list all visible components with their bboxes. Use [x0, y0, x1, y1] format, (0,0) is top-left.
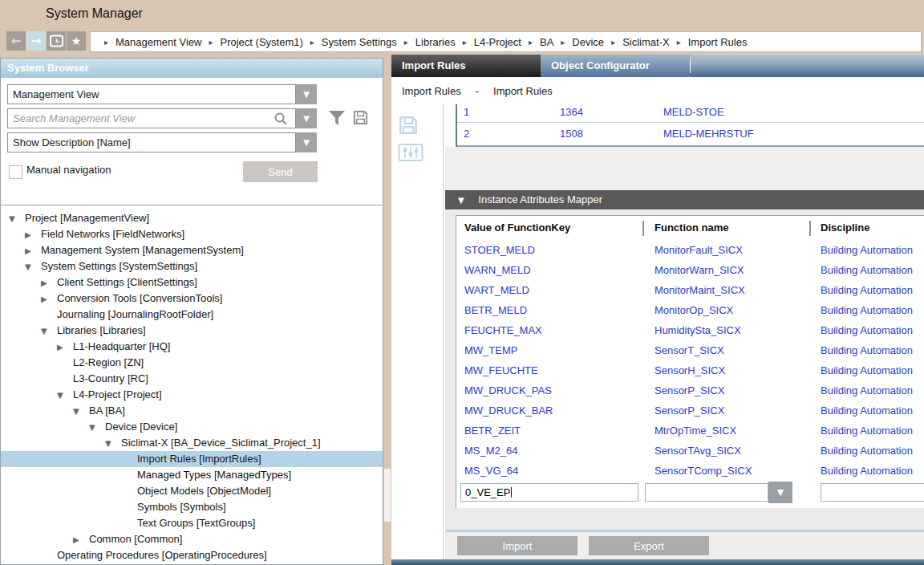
collapse-icon[interactable]: ▼	[41, 323, 57, 339]
tab-object-configurator[interactable]: Object Configurator	[541, 55, 690, 77]
workspace-breadcrumb-primary[interactable]: Import Rules	[402, 85, 461, 97]
table-row[interactable]: MW_DRUCK_BARSensorP_SICXBuilding Automat…	[456, 400, 924, 421]
tree-item[interactable]: ▶Management System [ManagementSystem]	[1, 242, 383, 258]
tree-item-label: L3-Country [RC]	[73, 372, 148, 384]
breadcrumb-separator-icon: ▸	[404, 38, 408, 47]
chevron-down-icon: ▼	[303, 138, 310, 147]
tree-item[interactable]: Journaling [JournalingRootFolder]	[1, 307, 383, 323]
breadcrumb-item[interactable]: Libraries	[415, 36, 456, 48]
export-button[interactable]: Export	[589, 536, 709, 555]
table-row[interactable]: MW_DRUCK_PASSensorP_SICXBuilding Automat…	[456, 380, 924, 400]
breadcrumb-separator-icon: ▸	[561, 38, 565, 47]
forward-button[interactable]: →	[26, 31, 46, 51]
functionkey-cell: BETR_ZEIT	[464, 421, 521, 441]
tree-item[interactable]: ▶Common [Common]	[1, 531, 383, 547]
expand-icon[interactable]: ▶	[25, 243, 41, 259]
table-row[interactable]: BETR_ZEITMtrOpTime_SICXBuilding Automati…	[456, 421, 924, 441]
functionkey-cell: MS_VG_64	[464, 461, 518, 481]
breadcrumb-item[interactable]: System Settings	[322, 36, 397, 48]
view-selector[interactable]: Management View	[7, 84, 296, 104]
import-button[interactable]: Import	[457, 536, 578, 555]
expand-icon[interactable]: ▶	[57, 339, 73, 356]
tree-item[interactable]: ▶Conversion Tools [ConversionTools]	[1, 291, 383, 307]
rule-index: 1	[464, 104, 469, 120]
collapse-icon[interactable]: ▼	[57, 388, 73, 404]
breadcrumb-item[interactable]: Project (System1)	[221, 36, 303, 48]
table-row[interactable]: BETR_MELDMonitorOp_SICXBuilding Automati…	[456, 300, 924, 320]
tree-item[interactable]: ▼Project [ManagementView]	[1, 210, 383, 226]
tree-item[interactable]: Symbols [Symbols]	[1, 499, 383, 515]
tree-item[interactable]: ▼Libraries [Libraries]	[1, 323, 383, 339]
table-row[interactable]: 21508MELD-MEHRSTUF	[457, 123, 924, 147]
send-button[interactable]: Send	[243, 161, 318, 182]
breadcrumb-item[interactable]: L4-Project	[474, 36, 521, 48]
tree-item[interactable]: Managed Types [ManagedTypes]	[1, 467, 383, 483]
tree-item[interactable]: ▼Siclimat-X [BA_Device_Siclimat_Project_…	[1, 435, 383, 451]
expand-icon[interactable]: ▶	[73, 532, 89, 548]
table-row[interactable]: FEUCHTE_MAXHumiditySta_SICXBuilding Auto…	[456, 320, 924, 340]
function-name-dropdown-button[interactable]: ▼	[768, 482, 792, 503]
search-input[interactable]	[7, 108, 296, 128]
tree-item[interactable]: ▼L4-Project [Project]	[1, 387, 383, 403]
new-discipline-input[interactable]	[821, 483, 924, 502]
column-separator[interactable]	[642, 221, 644, 236]
table-row[interactable]: MW_TEMPSensorT_SICXBuilding Automation	[456, 340, 924, 360]
tree-item[interactable]: ▼Device [Device]	[1, 419, 383, 435]
collapse-icon[interactable]: ▼	[9, 211, 25, 227]
tab-import-rules[interactable]: Import Rules	[391, 55, 541, 77]
collapse-icon[interactable]: ▼	[25, 259, 41, 275]
search-dropdown-button[interactable]: ▼	[296, 108, 317, 128]
column-header[interactable]: Discipline	[821, 216, 869, 240]
tree-item[interactable]: ▶L1-Headquarter [HQ]	[1, 339, 383, 355]
expand-icon[interactable]: ▶	[41, 275, 57, 291]
new-functionkey-input[interactable]: 0_VE_EP	[460, 483, 638, 502]
tree-item[interactable]: Import Rules [ImportRules]	[1, 451, 383, 467]
display-mode-dropdown-button[interactable]: ▼	[296, 132, 317, 152]
table-row[interactable]: 11364MELD-STOE	[457, 104, 924, 123]
history-button[interactable]	[47, 31, 66, 51]
tree-item-label: Operating Procedures [OperatingProcedure…	[57, 549, 267, 561]
tree-item[interactable]: Operating Procedures [OperatingProcedure…	[1, 547, 383, 563]
table-row[interactable]: MS_M2_64SensorTAvg_SICXBuilding Automati…	[456, 441, 924, 461]
column-separator[interactable]	[809, 221, 811, 236]
table-row[interactable]: WARN_MELDMonitorWarn_SICXBuilding Automa…	[456, 260, 924, 280]
back-button[interactable]: ←	[6, 31, 26, 51]
display-mode-selector[interactable]: Show Description [Name]	[7, 132, 296, 152]
settings-button[interactable]	[398, 143, 424, 162]
breadcrumb-item[interactable]: Device	[572, 36, 604, 48]
column-header[interactable]: Value of FunctionKey	[464, 216, 570, 240]
tree-item[interactable]: ▶Client Settings [ClientSettings]	[1, 274, 383, 291]
save-filter-icon[interactable]	[352, 109, 369, 129]
tree-item[interactable]: ▼BA [BA]	[1, 403, 383, 419]
view-selector-dropdown-button[interactable]: ▼	[296, 84, 317, 104]
expand-icon[interactable]: ▶	[25, 227, 41, 243]
tree-item[interactable]: L2-Region [ZN]	[1, 355, 383, 371]
breadcrumb-item[interactable]: Siclimat-X	[622, 36, 670, 48]
table-row[interactable]: WART_MELDMonitorMaint_SICXBuilding Autom…	[456, 280, 924, 300]
vertical-scrollbar-thumb[interactable]	[384, 469, 391, 522]
table-row[interactable]: MS_VG_64SensorTComp_SICXBuilding Automat…	[456, 461, 924, 481]
collapse-icon[interactable]: ▼	[105, 436, 121, 452]
favorites-button[interactable]: ★	[67, 31, 86, 51]
breadcrumb-item[interactable]: Management View	[116, 36, 201, 48]
mapper-section-header[interactable]: ▼ Instance Attributes Mapper	[445, 190, 924, 209]
breadcrumb-item[interactable]: Import Rules	[688, 36, 748, 48]
save-button[interactable]	[398, 115, 419, 136]
collapse-icon[interactable]: ▼	[89, 420, 105, 436]
expand-icon[interactable]: ▶	[41, 291, 57, 307]
table-row[interactable]: STOER_MELDMonitorFault_SICXBuilding Auto…	[456, 240, 924, 260]
manual-navigation-checkbox[interactable]	[9, 165, 22, 179]
table-row[interactable]: MW_FEUCHTESensorH_SICXBuilding Automatio…	[456, 360, 924, 380]
new-function-name-input[interactable]	[645, 483, 768, 502]
column-header[interactable]: Function name	[654, 216, 728, 240]
tree-item[interactable]: L3-Country [RC]	[1, 371, 383, 387]
filter-icon[interactable]	[328, 110, 346, 130]
breadcrumb-item[interactable]: BA	[540, 36, 553, 48]
tree-item[interactable]: ▶Field Networks [FieldNetworks]	[1, 226, 383, 242]
tree-item[interactable]: Text Groups [TextGroups]	[1, 515, 383, 531]
panel-bottom-bar	[391, 559, 924, 565]
discipline-cell: Building Automation	[821, 400, 913, 421]
tree-item[interactable]: ▼System Settings [SystemSettings]	[1, 258, 383, 274]
tree-item[interactable]: Object Models [ObjectModel]	[1, 483, 383, 499]
collapse-icon[interactable]: ▼	[73, 404, 89, 420]
